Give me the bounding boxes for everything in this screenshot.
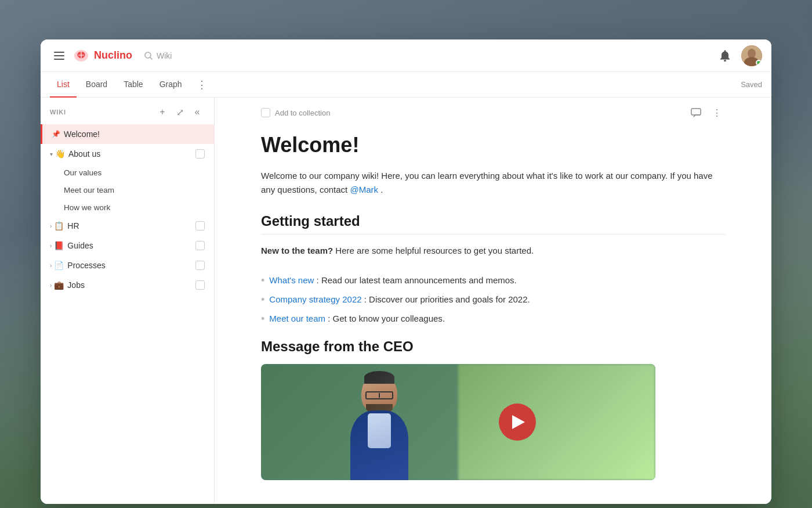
svg-rect-0 (54, 52, 64, 53)
chevron-right-icon: › (50, 223, 52, 229)
hr-emoji: 📋 (54, 221, 64, 230)
collapse-button[interactable]: « (190, 105, 205, 120)
hamburger-button[interactable] (50, 46, 68, 65)
content-top-right: ⋮ (688, 105, 725, 121)
play-button[interactable] (499, 403, 536, 441)
about-us-emoji: 👋 (55, 149, 65, 158)
online-indicator (756, 60, 762, 66)
item-checkbox[interactable] (195, 149, 205, 158)
add-to-collection-label: Add to collection (275, 109, 330, 117)
guides-emoji: 📕 (54, 241, 64, 250)
svg-rect-12 (691, 109, 701, 115)
meet-our-team-link[interactable]: Meet our team (269, 314, 325, 323)
search-icon (144, 51, 153, 60)
sidebar-item-guides[interactable]: › 📕 Guides (41, 236, 214, 255)
add-item-button[interactable]: + (155, 105, 170, 120)
tabs-more-button[interactable]: ⋮ (194, 77, 210, 93)
sidebar-item-hr[interactable]: › 📋 HR (41, 216, 214, 236)
meet-our-team-label: Meet our team (64, 186, 114, 194)
collection-checkbox[interactable] (261, 108, 270, 117)
bullet-dot-2: • (261, 292, 264, 308)
person-glasses (365, 391, 393, 399)
glasses-bridge (379, 393, 380, 398)
bullet-dot-3: • (261, 311, 264, 327)
header-right (716, 45, 762, 66)
app-window: Nuclino Wiki (41, 39, 771, 504)
list-item-content: What's new : Read our latest team announ… (269, 274, 516, 287)
logo-text: Nuclino (94, 49, 132, 62)
tab-list[interactable]: List (50, 72, 77, 98)
comment-icon (691, 108, 701, 118)
person-silhouette (345, 374, 414, 480)
processes-item-checkbox[interactable] (195, 261, 205, 270)
chevron-right-icon-3: › (50, 262, 52, 269)
sidebar-wiki-label: WIKI (50, 109, 150, 116)
meet-our-team-rest: : Get to know your colleagues. (328, 314, 445, 323)
whats-new-link[interactable]: What's new (269, 275, 314, 285)
processes-emoji: 📄 (54, 261, 64, 270)
search-bar[interactable]: Wiki (144, 51, 716, 60)
more-options-button[interactable]: ⋮ (709, 105, 725, 121)
bell-icon (720, 50, 730, 62)
company-strategy-link[interactable]: Company strategy 2022 (269, 294, 361, 304)
sidebar-item-guides-label: Guides (67, 241, 195, 250)
ceo-video[interactable] (261, 364, 655, 480)
notifications-button[interactable] (716, 46, 734, 65)
how-we-work-label: How we work (64, 203, 110, 212)
svg-point-8 (724, 60, 726, 62)
sidebar-item-welcome[interactable]: 📌 Welcome! (41, 124, 214, 144)
chevron-right-icon-4: › (50, 282, 52, 289)
page-title: Welcome! (261, 132, 725, 157)
list-item-content-2: Company strategy 2022 : Discover our pri… (269, 293, 530, 307)
comment-button[interactable] (688, 105, 704, 121)
whats-new-rest: : Read our latest team announcements and… (317, 275, 517, 285)
sidebar-item-our-values[interactable]: Our values (41, 164, 214, 181)
list-item-company-strategy: • Company strategy 2022 : Discover our p… (261, 293, 725, 308)
getting-started-heading: Getting started (261, 213, 725, 235)
list-item-whats-new: • What's new : Read our latest team anno… (261, 274, 725, 289)
mention-mark[interactable]: @Mark (350, 185, 378, 194)
sidebar-item-hr-label: HR (67, 221, 195, 230)
sidebar-item-welcome-label: Welcome! (64, 129, 205, 139)
tab-table[interactable]: Table (117, 72, 150, 98)
jobs-emoji: 💼 (54, 280, 64, 290)
sidebar-item-how-we-work[interactable]: How we work (41, 199, 214, 216)
intro-paragraph: Welcome to our company wiki! Here, you c… (261, 169, 725, 197)
content-top-bar: Add to collection ⋮ (261, 98, 725, 128)
sidebar: WIKI + ⤢ « 📌 Welcome! ▾ 👋 About us (41, 98, 215, 504)
svg-point-10 (748, 49, 756, 58)
sidebar-item-processes[interactable]: › 📄 Processes (41, 255, 214, 275)
saved-label: Saved (741, 80, 762, 89)
sidebar-item-meet-our-team[interactable]: Meet our team (41, 181, 214, 199)
person-body (350, 410, 408, 480)
tab-board[interactable]: Board (79, 72, 114, 98)
company-strategy-rest: : Discover our priorities and goals for … (364, 294, 530, 304)
play-triangle-icon (512, 415, 525, 429)
list-item-meet-our-team: • Meet our team : Get to know your colle… (261, 312, 725, 327)
search-placeholder: Wiki (157, 51, 172, 60)
logo[interactable]: Nuclino (73, 48, 132, 64)
person-hair (364, 371, 394, 384)
chevron-down-icon: ▾ (50, 151, 53, 157)
ceo-message-heading: Message from the CEO (261, 338, 725, 355)
sidebar-item-processes-label: Processes (67, 261, 195, 270)
intro-end: . (380, 185, 383, 194)
sidebar-item-about-us[interactable]: ▾ 👋 About us (41, 144, 214, 164)
hr-item-checkbox[interactable] (195, 221, 205, 230)
main-layout: WIKI + ⤢ « 📌 Welcome! ▾ 👋 About us (41, 98, 771, 504)
svg-rect-1 (54, 55, 64, 56)
pin-icon: 📌 (52, 130, 60, 138)
expand-button[interactable]: ⤢ (172, 105, 187, 120)
nuclino-logo-icon (73, 48, 89, 64)
tab-graph[interactable]: Graph (153, 72, 189, 98)
sidebar-item-jobs[interactable]: › 💼 Jobs (41, 275, 214, 295)
sidebar-header: WIKI + ⤢ « (41, 98, 214, 124)
new-to-team-bold: New to the team? (261, 246, 333, 255)
jobs-item-checkbox[interactable] (195, 280, 205, 290)
user-avatar[interactable] (741, 45, 762, 66)
guides-item-checkbox[interactable] (195, 241, 205, 250)
our-values-label: Our values (64, 168, 102, 177)
person-head (361, 374, 397, 413)
new-to-team-paragraph: New to the team? Here are some helpful r… (261, 244, 725, 258)
bullet-dot-1: • (261, 273, 264, 289)
